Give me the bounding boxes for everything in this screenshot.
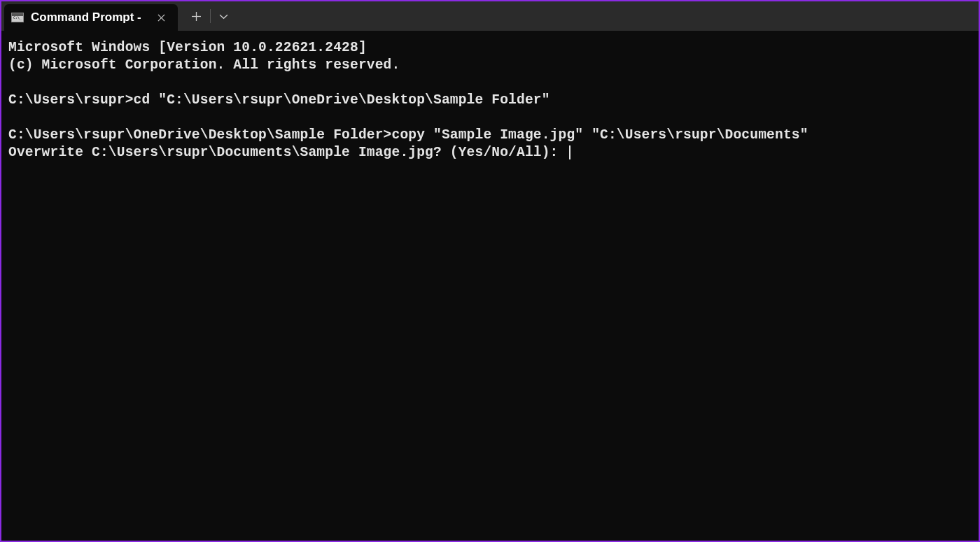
cd-command-line: C:\Users\rsupr>cd "C:\Users\rsupr\OneDri… bbox=[8, 92, 550, 108]
tab-title: Command Prompt - bbox=[31, 10, 141, 24]
overwrite-prompt-line: Overwrite C:\Users\rsupr\Documents\Sampl… bbox=[8, 145, 566, 160]
new-tab-button[interactable] bbox=[183, 1, 210, 31]
copyright-line: (c) Microsoft Corporation. All rights re… bbox=[8, 57, 400, 73]
close-tab-button[interactable] bbox=[154, 10, 169, 25]
chevron-down-icon bbox=[219, 12, 228, 21]
copy-command-line: C:\Users\rsupr\OneDrive\Desktop\Sample F… bbox=[8, 127, 808, 143]
titlebar: Command Prompt - bbox=[1, 1, 979, 31]
plus-icon bbox=[192, 12, 201, 21]
version-line: Microsoft Windows [Version 10.0.22621.24… bbox=[8, 40, 367, 55]
terminal-icon bbox=[11, 13, 24, 22]
cursor bbox=[569, 145, 570, 159]
titlebar-actions bbox=[178, 1, 237, 31]
tab-dropdown-button[interactable] bbox=[211, 1, 237, 31]
terminal-output[interactable]: Microsoft Windows [Version 10.0.22621.24… bbox=[1, 31, 979, 170]
tab-command-prompt[interactable]: Command Prompt - bbox=[4, 4, 178, 31]
close-icon bbox=[158, 14, 165, 22]
